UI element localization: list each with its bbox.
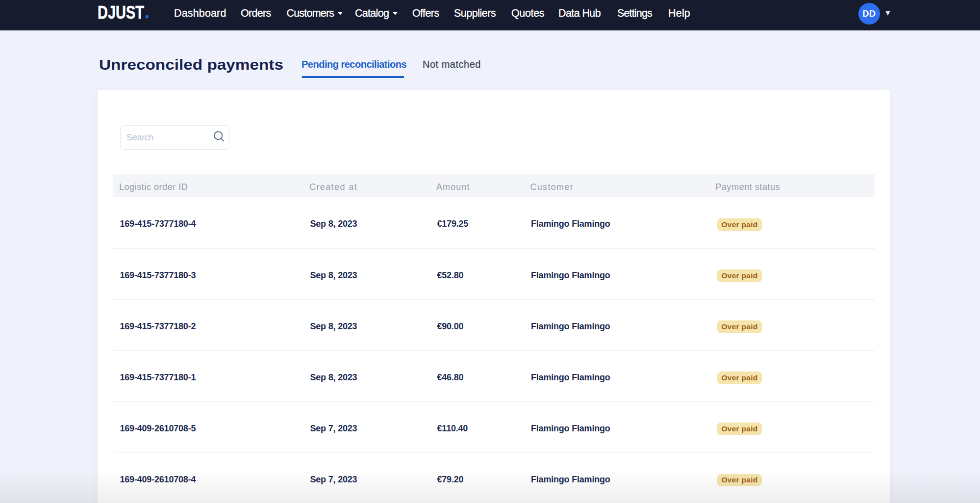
svg-text:Unreconciled payments: Unreconciled payments <box>99 56 283 73</box>
svg-text:DJUST: DJUST <box>98 2 144 23</box>
